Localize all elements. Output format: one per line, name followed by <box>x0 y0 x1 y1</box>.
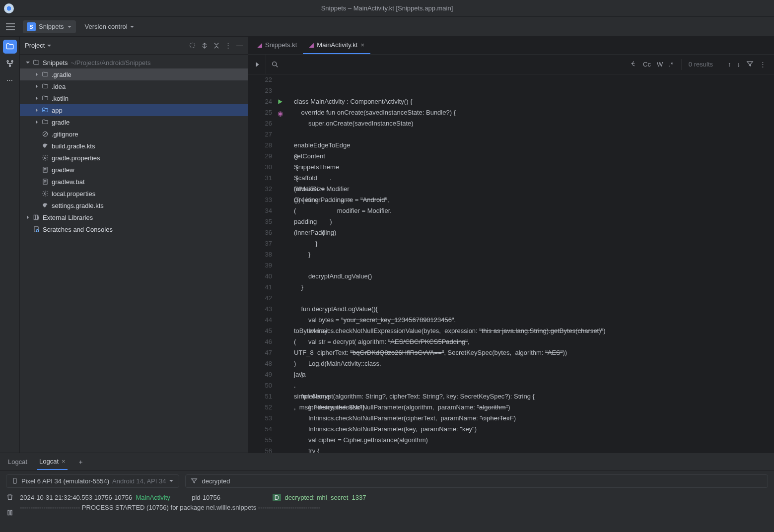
tree-row[interactable]: .idea <box>20 80 248 92</box>
svg-line-22 <box>38 215 39 219</box>
svg-rect-20 <box>34 215 35 219</box>
close-icon[interactable]: × <box>360 41 364 49</box>
svg-rect-21 <box>36 215 37 219</box>
collapse-all-icon[interactable] <box>213 42 220 49</box>
tree-row[interactable]: gradlew.bat <box>20 176 248 188</box>
project-badge: S <box>27 22 36 31</box>
panel-options-icon[interactable]: ⋮ <box>225 42 231 49</box>
close-icon[interactable]: × <box>62 458 66 465</box>
tree-row[interactable]: build.gradle.kts <box>20 140 248 152</box>
device-icon <box>11 477 18 484</box>
panel-view-selector[interactable]: Project <box>25 42 52 49</box>
svg-line-26 <box>276 66 278 67</box>
kotlin-icon: ◢ <box>257 41 262 49</box>
editor: ◢Snippets.kt◢MainActivity.kt× Cc W .* 0 … <box>248 37 774 453</box>
project-selector[interactable]: S Snippets <box>23 20 76 33</box>
whole-word-toggle[interactable]: W <box>657 61 663 68</box>
tree-row[interactable]: app <box>20 104 248 116</box>
tree-row[interactable]: Snippets~/Projects/Android/Snippets <box>20 57 248 68</box>
svg-line-9 <box>44 133 47 136</box>
svg-rect-27 <box>13 478 16 484</box>
clear-log-icon[interactable] <box>6 493 20 504</box>
chevron-down-icon <box>47 43 52 48</box>
tree-row[interactable]: .kotlin <box>20 92 248 104</box>
logcat-filter[interactable]: decrypted <box>185 474 768 488</box>
pause-log-icon[interactable] <box>6 509 20 520</box>
hide-panel-icon[interactable]: — <box>236 42 243 49</box>
app-logo-icon <box>4 3 14 13</box>
editor-tabs: ◢Snippets.kt◢MainActivity.kt× <box>248 37 774 55</box>
svg-point-6 <box>190 43 195 48</box>
search-icon <box>266 61 284 68</box>
log-output[interactable]: 2024-10-31 21:32:40.553 10756-10756 Main… <box>20 493 768 530</box>
svg-point-3 <box>7 61 8 62</box>
regex-toggle[interactable]: .* <box>669 61 673 68</box>
tree-row[interactable]: local.properties <box>20 188 248 200</box>
find-bar: Cc W .* 0 results ↑ ↓ ⋮ <box>248 55 774 74</box>
tree-row[interactable]: gradle <box>20 116 248 128</box>
filter-icon[interactable] <box>746 60 754 69</box>
tree-row[interactable]: Scratches and Consoles <box>20 223 248 235</box>
tree-row[interactable]: settings.gradle.kts <box>20 200 248 211</box>
tree-row[interactable]: External Libraries <box>20 211 248 223</box>
filter-icon <box>191 477 198 484</box>
chevron-down-icon <box>130 24 135 29</box>
new-tab-button[interactable]: ＋ <box>75 454 86 470</box>
code-view[interactable]: 22232425◉2627282930313233343536373839404… <box>248 74 774 453</box>
prev-occurrence-icon[interactable] <box>630 60 637 68</box>
tool-strip: ⋯ <box>0 37 20 453</box>
svg-rect-29 <box>10 510 12 515</box>
svg-point-5 <box>9 65 10 66</box>
project-panel: Project ⋮ — Snippets~/Projects/Android/S… <box>20 37 248 453</box>
svg-point-4 <box>11 61 13 62</box>
editor-tab[interactable]: ◢Snippets.kt <box>251 37 303 54</box>
logcat-panel: Logcat Logcat× ＋ Pixel 6 API 34 (emulato… <box>0 453 774 532</box>
match-case-toggle[interactable]: Cc <box>643 61 651 68</box>
svg-point-25 <box>273 62 277 66</box>
window-title: Snippets – MainActivity.kt [Snippets.app… <box>321 4 453 12</box>
tree-row[interactable]: .gitignore <box>20 128 248 140</box>
svg-point-7 <box>44 110 45 111</box>
editor-tab[interactable]: ◢MainActivity.kt× <box>303 37 370 54</box>
find-more-icon[interactable]: ⋮ <box>760 61 766 68</box>
tree-row[interactable]: gradlew <box>20 164 248 176</box>
find-input[interactable] <box>284 55 622 74</box>
kotlin-icon: ◢ <box>309 41 314 49</box>
tree-row[interactable]: .gradle <box>20 68 248 80</box>
logcat-tool-tab[interactable]: Logcat <box>6 454 29 469</box>
device-selector[interactable]: Pixel 6 API 34 (emulator-5554) Android 1… <box>6 474 179 488</box>
next-match-icon[interactable]: ↓ <box>737 61 741 68</box>
project-name: Snippets <box>39 23 64 30</box>
more-tools-button[interactable]: ⋯ <box>6 76 13 84</box>
navbar: S Snippets Version control <box>0 17 774 37</box>
svg-point-24 <box>36 230 39 232</box>
vcs-selector[interactable]: Version control <box>82 21 138 32</box>
project-tree[interactable]: Snippets~/Projects/Android/Snippets.grad… <box>20 55 248 237</box>
expand-all-icon[interactable] <box>201 42 208 49</box>
tree-row[interactable]: gradle.properties <box>20 152 248 164</box>
chevron-down-icon <box>169 478 174 483</box>
project-tool-button[interactable] <box>3 40 17 54</box>
logcat-content-tab[interactable]: Logcat× <box>37 454 68 470</box>
svg-point-19 <box>44 193 46 195</box>
chevron-down-icon <box>67 24 72 29</box>
structure-tool-button[interactable] <box>3 57 17 70</box>
vcs-label: Version control <box>85 23 128 30</box>
svg-rect-28 <box>8 510 9 515</box>
find-results: 0 results <box>682 61 720 68</box>
run-chevron-button[interactable] <box>248 55 266 74</box>
svg-point-10 <box>44 157 46 159</box>
titlebar: Snippets – MainActivity.kt [Snippets.app… <box>0 0 774 17</box>
main-menu-button[interactable] <box>4 20 17 33</box>
prev-match-icon[interactable]: ↑ <box>728 61 731 68</box>
select-opened-icon[interactable] <box>189 42 196 49</box>
